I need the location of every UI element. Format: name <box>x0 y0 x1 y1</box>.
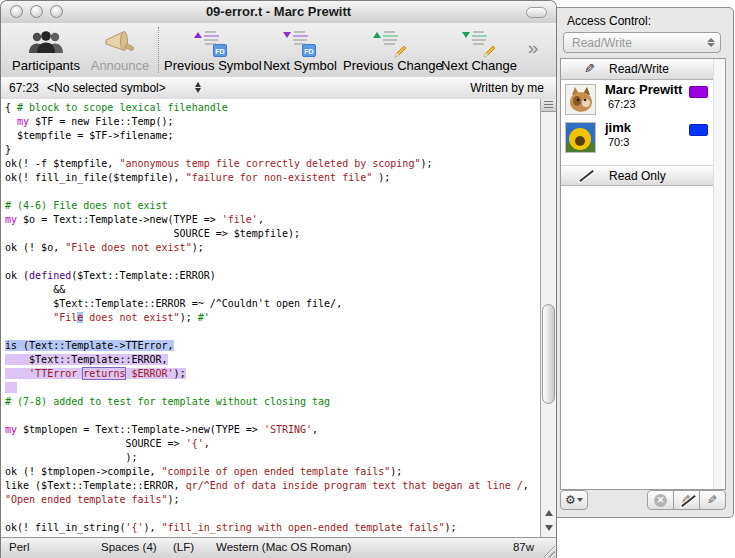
code-line[interactable]: ok (! $tmplopen->compile, "compile of op… <box>5 465 529 479</box>
code-line[interactable]: ok(! -f $tempfile, "anonymous temp file … <box>5 157 529 171</box>
title-bar[interactable]: 09-error.t - Marc Prewitt <box>1 1 556 24</box>
code-line[interactable] <box>5 409 529 423</box>
toolbar-item-next-symbol[interactable]: FD Next Symbol <box>259 26 341 74</box>
toolbar-toggle-button[interactable] <box>526 7 547 18</box>
avatar-jimk <box>565 122 596 153</box>
toolbar-overflow-chevron[interactable]: » <box>517 37 549 59</box>
word-count: 87w <box>513 541 534 553</box>
code-line[interactable]: $Text::Template::ERROR, <box>5 353 529 367</box>
encoding-popup[interactable]: Western (Mac OS Roman) <box>216 541 351 553</box>
code-line[interactable]: ok(! fill_in_string('{'), "fill_in_strin… <box>5 521 529 535</box>
user-row-marc-prewitt[interactable]: Marc Prewitt 67:23 <box>561 81 714 119</box>
user-row-jimk[interactable]: jimk 70:3 <box>561 119 714 157</box>
pencil-icon <box>482 44 497 59</box>
user-position: 70:3 <box>608 136 629 148</box>
code-line[interactable]: SOURCE => '{', <box>5 437 529 451</box>
vertical-scrollbar[interactable] <box>540 99 556 539</box>
toolbar-item-next-change[interactable]: Next Change <box>437 26 521 74</box>
symbol-popup-arrows-icon[interactable] <box>195 82 201 93</box>
code-line[interactable]: my $o = Text::Template->new(TYPE => 'fil… <box>5 213 529 227</box>
code-content: { # block to scope lexical filehandle my… <box>5 101 529 535</box>
code-line[interactable]: like ($Text::Template::ERROR, qr/^End of… <box>5 479 529 493</box>
code-editor[interactable]: { # block to scope lexical filehandle my… <box>1 99 542 539</box>
no-pencil-icon: ✎ <box>681 493 691 507</box>
user-name: Marc Prewitt <box>605 82 682 97</box>
code-line[interactable]: $Text::Template::ERROR =~ /^Couldn't ope… <box>5 297 529 311</box>
zoom-button[interactable] <box>50 5 63 18</box>
code-line[interactable]: ok (defined($Text::Template::ERROR) <box>5 269 529 283</box>
previous-change-icon <box>372 27 408 57</box>
previous-symbol-icon: FD <box>193 27 229 57</box>
code-line[interactable]: ok (! $o, "File does not exist"); <box>5 241 529 255</box>
written-by-label: Written by me <box>470 81 544 95</box>
list-scrollbar-track[interactable] <box>713 59 725 489</box>
avatar-marc-prewitt <box>565 84 596 115</box>
set-read-only-button[interactable]: ✎ <box>673 490 700 510</box>
pencil-icon <box>393 44 408 59</box>
code-line[interactable] <box>5 255 529 269</box>
status-bar: Perl Spaces (4) (LF) Western (Mac OS Rom… <box>1 537 556 558</box>
scroll-up-arrow[interactable] <box>541 505 556 520</box>
mode-popup[interactable]: Perl <box>9 541 29 553</box>
toolbar-item-previous-change[interactable]: Previous Change <box>343 26 437 74</box>
resize-grip[interactable] <box>542 544 555 557</box>
split-view-button[interactable] <box>541 99 556 112</box>
window-title: 09-error.t - Marc Prewitt <box>71 4 486 19</box>
code-line[interactable]: 'TTError returns $ERROR'); <box>5 367 529 381</box>
code-line[interactable]: is (Text::Template->TTError, <box>5 339 529 353</box>
code-line[interactable] <box>5 325 529 339</box>
close-button[interactable] <box>10 5 23 18</box>
user-name: jimk <box>605 120 631 135</box>
code-line[interactable]: } <box>5 143 529 157</box>
main-window: 09-error.t - Marc Prewitt Participants <box>0 0 557 558</box>
symbol-bar: 67:23 <No selected symbol> Written by me <box>1 77 556 100</box>
code-line[interactable]: $tempfile = $TF->filename; <box>5 129 529 143</box>
minimize-button[interactable] <box>30 5 43 18</box>
next-symbol-icon: FD <box>282 27 318 57</box>
scrollbar-thumb[interactable] <box>542 304 555 404</box>
indent-popup[interactable]: Spaces (4) <box>101 541 157 553</box>
code-line[interactable]: ok(! fill_in_file($tempfile), "failure f… <box>5 171 529 185</box>
code-line[interactable]: "Open ended template fails"); <box>5 493 529 507</box>
gear-icon: ⚙ <box>565 493 576 507</box>
gear-menu-button[interactable]: ⚙ <box>560 490 588 510</box>
code-line[interactable]: # (7-8) added to test for template witho… <box>5 395 529 409</box>
chevron-down-icon <box>577 498 583 502</box>
user-position: 67:23 <box>608 98 636 110</box>
x-circle-icon: ✕ <box>654 494 667 507</box>
code-line[interactable]: "File does not exist"); #' <box>5 311 529 325</box>
participants-list: ✎ Read/Write Marc Prewitt <box>560 58 726 490</box>
code-line[interactable] <box>5 507 529 521</box>
access-control-popup[interactable]: Read/Write <box>563 32 721 53</box>
toolbar: Participants Announce <box>1 23 556 78</box>
code-line[interactable]: { # block to scope lexical filehandle <box>5 101 529 115</box>
access-control-label: Access Control: <box>567 14 651 28</box>
access-control-drawer: Access Control: Read/Write ✎ Read/Write <box>552 7 734 518</box>
cursor-position: 67:23 <box>9 81 39 95</box>
symbol-popup[interactable]: <No selected symbol> <box>47 81 166 95</box>
user-color-chip <box>689 86 708 98</box>
section-read-write[interactable]: ✎ Read/Write <box>561 59 725 80</box>
code-line[interactable]: ); <box>5 451 529 465</box>
code-line[interactable]: SOURCE => $tempfile); <box>5 227 529 241</box>
next-change-icon <box>461 27 497 57</box>
user-color-chip <box>689 124 708 136</box>
code-line[interactable]: my $tmplopen = Text::Template->new(TYPE … <box>5 423 529 437</box>
toolbar-item-announce[interactable]: Announce <box>89 26 151 74</box>
line-ending-popup[interactable]: (LF) <box>173 541 194 553</box>
code-line[interactable] <box>5 381 529 395</box>
section-read-only[interactable]: ✎ Read Only <box>561 165 725 186</box>
scroll-down-arrow[interactable] <box>541 520 556 535</box>
code-line[interactable]: # (4-6) File does not exist <box>5 199 529 213</box>
code-line[interactable]: my $TF = new File::Temp(); <box>5 115 529 129</box>
toolbar-item-previous-symbol[interactable]: FD Previous Symbol <box>164 26 258 74</box>
drawer-action-bar: ⚙ ✕ ✎ ✎ <box>553 489 733 513</box>
pencil-icon: ✎ <box>579 61 595 77</box>
popup-stepper-icon <box>703 35 718 50</box>
toolbar-item-participants[interactable]: Participants <box>3 26 89 74</box>
code-line[interactable]: && <box>5 283 529 297</box>
pencil-icon: ✎ <box>707 493 717 507</box>
set-read-write-button[interactable]: ✎ <box>699 490 726 510</box>
code-line[interactable] <box>5 185 529 199</box>
kick-user-button[interactable]: ✕ <box>647 490 674 510</box>
